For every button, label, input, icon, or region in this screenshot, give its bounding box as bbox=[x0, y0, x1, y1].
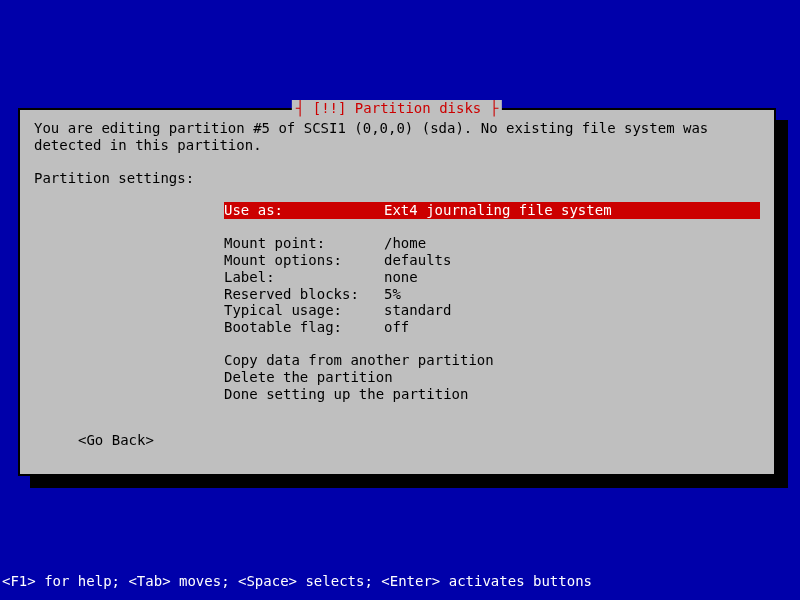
settings-list: Use as:Ext4 journaling file system Mount… bbox=[224, 202, 760, 336]
help-bar: <F1> for help; <Tab> moves; <Space> sele… bbox=[2, 573, 592, 590]
setting-label: Use as: bbox=[224, 202, 384, 219]
setting-label: Mount options: bbox=[224, 252, 384, 269]
action-done-setting-up[interactable]: Done setting up the partition bbox=[224, 386, 760, 403]
actions-list: Copy data from another partition Delete … bbox=[224, 352, 760, 402]
setting-label: Bootable flag: bbox=[224, 319, 384, 336]
dialog-title: ┤ [!!] Partition disks ├ bbox=[292, 100, 502, 117]
setting-mount-point[interactable]: Mount point:/home bbox=[224, 235, 760, 252]
setting-label: Typical usage: bbox=[224, 302, 384, 319]
setting-label: Label: bbox=[224, 269, 384, 286]
subtitle: Partition settings: bbox=[34, 170, 760, 187]
action-delete-partition[interactable]: Delete the partition bbox=[224, 369, 760, 386]
setting-use-as[interactable]: Use as:Ext4 journaling file system bbox=[224, 202, 760, 219]
setting-mount-options[interactable]: Mount options:defaults bbox=[224, 252, 760, 269]
spacer bbox=[224, 219, 760, 235]
title-bracket-right: ├ bbox=[481, 100, 498, 116]
setting-value: off bbox=[384, 319, 409, 336]
setting-value: defaults bbox=[384, 252, 451, 269]
setting-value: standard bbox=[384, 302, 451, 319]
setting-bootable-flag[interactable]: Bootable flag:off bbox=[224, 319, 760, 336]
dialog-content: You are editing partition #5 of SCSI1 (0… bbox=[20, 110, 774, 459]
setting-label: Mount point: bbox=[224, 235, 384, 252]
title-bracket-left: ┤ bbox=[296, 100, 313, 116]
setting-label-field[interactable]: Label:none bbox=[224, 269, 760, 286]
setting-label: Reserved blocks: bbox=[224, 286, 384, 303]
setting-value: Ext4 journaling file system bbox=[384, 202, 612, 219]
setting-value: 5% bbox=[384, 286, 401, 303]
partition-dialog: ┤ [!!] Partition disks ├ You are editing… bbox=[18, 108, 776, 476]
go-back-button[interactable]: <Go Back> bbox=[78, 432, 760, 449]
intro-text: You are editing partition #5 of SCSI1 (0… bbox=[34, 120, 760, 154]
setting-value: none bbox=[384, 269, 418, 286]
title-text: [!!] Partition disks bbox=[313, 100, 482, 116]
setting-reserved-blocks[interactable]: Reserved blocks:5% bbox=[224, 286, 760, 303]
setting-value: /home bbox=[384, 235, 426, 252]
setting-typical-usage[interactable]: Typical usage:standard bbox=[224, 302, 760, 319]
action-copy-data[interactable]: Copy data from another partition bbox=[224, 352, 760, 369]
